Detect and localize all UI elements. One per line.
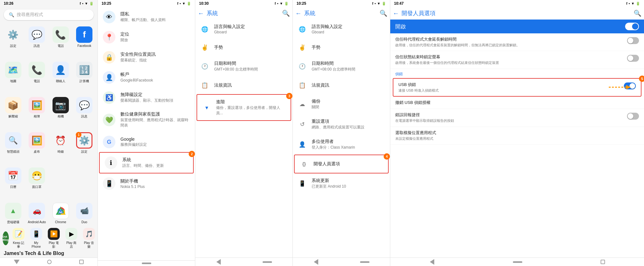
status-icons-2: f • ▼ 🔋 [177, 2, 191, 6]
home-nav[interactable] [47, 260, 52, 264]
mock-location-row: 選取模擬位置應用程式 未設定模擬位置應用程式 [395, 130, 639, 141]
back-arrow-3[interactable]: ← [198, 10, 204, 17]
search-btn-5[interactable]: 🔍 [634, 9, 641, 17]
home-nav-3[interactable] [263, 261, 272, 263]
status-bar-5: 10:47 f • ▼ 🔋 [390, 0, 644, 7]
battery-2: 🔋 [187, 2, 191, 6]
app-item-duo[interactable]: 📹 Duo [74, 201, 95, 225]
sys-reset[interactable]: ↺ 重設選項 網路、應用程式或裝置可以重設 [293, 114, 390, 134]
sys-advanced[interactable]: ▾ 進階 備份，重設選項，多位使用者，開發人員... [197, 95, 291, 120]
app-item-playmusic[interactable]: 🎵 Play 音樂 [82, 227, 96, 250]
app-item-settings[interactable]: ⚙️ 設定 [3, 25, 24, 58]
app-item-smartlens[interactable]: 🔍 智慧鏡頭 [3, 131, 24, 164]
app-item-msg2[interactable]: 💬 訊息 [74, 96, 95, 128]
sys-devopt[interactable]: {} 開發人員選項 [295, 155, 388, 173]
toggle-error-report[interactable] [627, 113, 639, 120]
home-nav-4[interactable] [360, 261, 369, 263]
sys-gesture-4[interactable]: ✌ 手勢 [293, 39, 390, 56]
toggle-trust-time[interactable] [627, 37, 639, 44]
app-item-playmovie[interactable]: ▶️ Play 電影 [47, 227, 61, 250]
app-icon-fb1: f [76, 26, 92, 43]
back-nav-4[interactable] [314, 259, 318, 265]
fb-icon-3: f [275, 2, 276, 5]
dev-item-error-report: 錯誤回報捷徑 在電源選單中顯示取得錯誤報告的按鈕 [390, 109, 644, 127]
sys-multiuser[interactable]: 👤 多位使用者 登入身分：Class Xamarin [293, 134, 390, 155]
settings-item-accessibility[interactable]: ♿ 無障礙設定 螢幕閱讀器、顯示、互動控制項 [98, 88, 195, 108]
sys-backup[interactable]: ☁ 備份 關閉 [293, 94, 390, 114]
usb-debug-row: USB 偵錯 連接 USB 時進入偵錯模式 [398, 82, 636, 93]
app-item-keep[interactable]: 📝 Keep 記事 [11, 227, 26, 250]
nav-home-2[interactable] [142, 263, 151, 264]
sys-legal-4[interactable]: 📋 法規資訊 [293, 76, 390, 94]
home-nav-5[interactable] [513, 261, 522, 263]
system-items-4: 🌐 語言與輸入設定 Gboard ✌ 手勢 🕐 日期和時間 GMT+08:00 … [293, 20, 390, 194]
sysupdate-sub: 已更新至 Android 10 [312, 184, 385, 189]
app-item-mask[interactable]: 😷 面口罩 [26, 166, 48, 199]
back-nav[interactable] [14, 260, 19, 264]
system-sub: 語言、時間、備份、更新 [122, 163, 188, 168]
sys-legal[interactable]: 📋 法規資訊 [195, 76, 292, 94]
dev-item-revoke-usb[interactable]: 撤銷 USB 偵錯授權 [390, 97, 644, 109]
revoke-usb-row: 撤銷 USB 偵錯授權 [395, 100, 639, 105]
app-item-myphone[interactable]: 📱 My Phone [29, 227, 43, 250]
back-nav-5[interactable] [430, 259, 434, 265]
dot-2: • [180, 2, 181, 5]
app-item-wallpaper[interactable]: 🖼️ 桌布 [26, 131, 48, 164]
status-bar-1: 10:26 f • ▼ 🔋 [0, 0, 97, 7]
app-item-calendar[interactable]: 📅 日曆 [3, 166, 24, 199]
sys-lang-4[interactable]: 🌐 語言與輸入設定 Gboard [293, 20, 390, 39]
app-item-fb1[interactable]: f Facebook [74, 25, 95, 58]
app-label-fb1: Facebook [77, 44, 91, 48]
settings-item-privacy[interactable]: 👁 隱私 權限、帳戶活動、個人資料 [98, 7, 195, 27]
privacy-icon: 👁 [103, 11, 115, 23]
settings-item-google[interactable]: G Google 服務與偏好設定 [98, 132, 195, 152]
app-item-zip[interactable]: 📦 解壓縮 [3, 96, 24, 128]
settings-item-security[interactable]: 🔒 安全性與位置資訊 螢幕鎖定、指紋 [98, 47, 195, 67]
back-nav-3[interactable] [216, 259, 221, 265]
app-item-maps[interactable]: 🗺️ 地圖 [3, 60, 24, 93]
app-icon-camera: 📷 [53, 97, 69, 113]
app-item-calc[interactable]: 🔢 計算機 [74, 60, 95, 93]
wifi-2: ▼ [182, 2, 186, 5]
sys-datetime[interactable]: 🕐 日期和時間 GMT+08:00 台北標準時間 [195, 56, 292, 76]
settings-item-account[interactable]: 👤 帳戶 Google和Facebook [98, 67, 195, 88]
dev-item-mock-location[interactable]: 選取模擬位置應用程式 未設定模擬位置應用程式 [390, 127, 644, 144]
legal-title: 法規資訊 [214, 82, 287, 88]
app-label-drive: 雲端硬碟 [7, 220, 19, 224]
settings-item-wellbeing[interactable]: 💚 數位健康與家長監護 裝置使用時間、應用程式計時器、就寢時間表 [98, 108, 195, 132]
toggle-trust-screen[interactable] [627, 55, 639, 62]
back-arrow-5[interactable]: ← [393, 10, 399, 17]
search-btn-3[interactable]: 🔍 [282, 9, 290, 17]
app-item-auto[interactable]: 🚗 Android Auto [26, 201, 48, 225]
recents-nav[interactable] [79, 260, 84, 264]
app-item-phone1[interactable]: 📞 電話 [50, 25, 71, 58]
app-item-drive[interactable]: ▲ 雲端硬碟 [3, 201, 24, 225]
app-item-settings-highlighted[interactable]: ⚙️ 1 設定 [74, 131, 95, 164]
sys-lang[interactable]: 🌐 語言與輸入設定 Gboard [195, 20, 292, 39]
settings-item-location[interactable]: 📍 定位 開放 [98, 27, 195, 47]
sys-gesture[interactable]: ✌ 手勢 [195, 39, 292, 56]
gesture-icon: ✌ [200, 43, 209, 52]
sys-sysupdate[interactable]: 📱 系統更新 已更新至 Android 10 [293, 173, 390, 194]
settings-item-system[interactable]: 2 ℹ 系統 語言、時間、備份、更新 [99, 152, 194, 173]
app-item-contacts[interactable]: 👤 聯絡人 [50, 60, 71, 93]
app-item-gallery[interactable]: 🖼️ 相簿 [26, 96, 48, 128]
dev-main-toggle[interactable] [625, 23, 639, 30]
search-bar[interactable]: 🔍 搜尋應用程式 [4, 9, 94, 20]
reset-icon: ↺ [298, 120, 307, 129]
app-item-clock[interactable]: ⏰ 時鐘 [50, 131, 71, 164]
trust-screen-title: 信任狀態結束時鎖定螢幕 [395, 54, 625, 60]
app-item-chrome[interactable]: Chrome [50, 201, 71, 225]
recents-nav-5[interactable] [601, 260, 605, 264]
settings-item-about[interactable]: 📱 關於手機 Nokia 5.1 Plus [98, 173, 195, 194]
wifi-icon-1: ▼ [85, 2, 88, 5]
app-item-phone2[interactable]: 📞 電話 [26, 60, 48, 93]
app-item-msg1[interactable]: 💬 訊息 [26, 25, 48, 58]
dev-item-usb-debug[interactable]: USB 偵錯 連接 USB 時進入偵錯模式 [393, 78, 641, 97]
app-item-camera[interactable]: 📷 相機 [50, 96, 71, 128]
app-label-auto: Android Auto [28, 220, 46, 224]
search-btn-4[interactable]: 🔍 [380, 9, 387, 17]
back-arrow-4[interactable]: ← [295, 10, 302, 17]
app-item-playstore[interactable]: ▶ Play 商店 [64, 227, 79, 250]
sys-datetime-4[interactable]: 🕐 日期和時間 GMT+08:00 台北標準時間 [293, 56, 390, 76]
